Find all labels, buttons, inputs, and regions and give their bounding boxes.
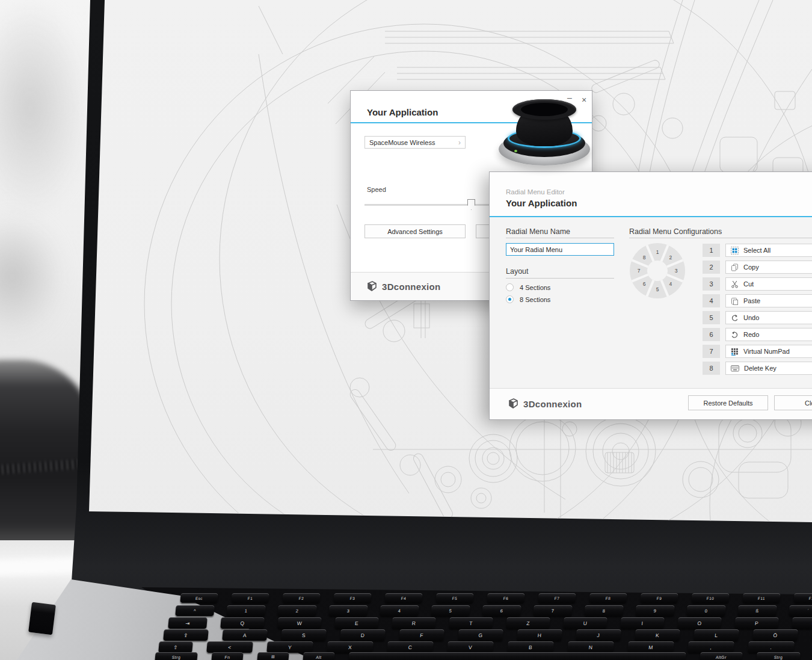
section-number-badge: 7 (703, 345, 720, 358)
configurations-label: Radial Menu Configurations (629, 227, 722, 236)
radial-menu-name-label: Radial Menu Name (506, 227, 570, 236)
command-label: Redo (743, 331, 759, 338)
3dconnexion-logo: 3Dconnexion (364, 280, 440, 293)
wheel-section-1[interactable]: 1 (656, 249, 659, 255)
keyboard-key-e: E (334, 617, 379, 629)
advanced-settings-button[interactable]: Advanced Settings (364, 224, 466, 238)
delete-key-icon (731, 365, 739, 372)
command-label: Undo (743, 314, 759, 321)
command-selector-numpad[interactable]: Virtual NumPad (725, 345, 812, 358)
chevron-right-icon: › (458, 138, 461, 147)
editor-footer: 3Dconnexion Restore Defaults Close (490, 388, 812, 419)
keyboard-key-r: R (392, 617, 436, 629)
command-selector-cut[interactable]: Cut (725, 277, 812, 291)
section-number-badge: 5 (703, 311, 720, 324)
command-label: Cut (743, 280, 754, 288)
keyboard-key-4: 4 (380, 605, 419, 616)
keyboard-key-b: B (507, 641, 554, 653)
section-rule (506, 238, 614, 238)
layout-option-4-sections[interactable]: 4 Sections (506, 283, 550, 291)
config-row-2: 2Copy (703, 261, 812, 274)
wheel-section-6[interactable]: 6 (643, 281, 646, 287)
restore-defaults-button[interactable]: Restore Defaults (688, 395, 768, 410)
layout-option-8-sections[interactable]: 8 Sections (506, 295, 550, 303)
wheel-section-5[interactable]: 5 (656, 286, 659, 292)
keyboard-key-f6: F6 (487, 593, 524, 603)
config-row-7: 7Virtual NumPad (703, 345, 812, 358)
keyboard-key-v: V (447, 641, 494, 653)
window-title: Your Application (367, 107, 438, 117)
keyboard-key-z: Z (506, 617, 550, 629)
command-selector-redo[interactable]: Redo (725, 328, 812, 341)
keyboard-key-f1: F1 (231, 593, 269, 603)
editor-subtitle: Radial Menu Editor (506, 188, 565, 196)
device-selector[interactable]: SpaceMouse Wireless › (364, 136, 466, 149)
select-all-icon (731, 247, 739, 254)
keyboard-key-esc: Esc (180, 593, 218, 603)
keyboard-key-altgr: AltGr (700, 652, 742, 660)
wheel-section-2[interactable]: 2 (669, 254, 672, 261)
command-label: Copy (743, 264, 759, 271)
section-number-badge: 3 (703, 277, 720, 291)
keyboard-key-d: D (340, 629, 386, 641)
keyboard-key-f3: F3 (333, 593, 371, 603)
keyboard-key-f5: F5 (435, 593, 473, 603)
wheel-section-4[interactable]: 4 (669, 281, 672, 287)
wheel-section-3[interactable]: 3 (675, 268, 678, 274)
keyboard-key-k: K (635, 629, 680, 641)
radial-wheel[interactable]: 12345678 (629, 242, 686, 299)
command-selector-undo[interactable]: Undo (725, 311, 812, 324)
keyboard-key-q: Q (220, 617, 265, 629)
background-blur-blob (0, 199, 78, 355)
device-led (514, 150, 517, 152)
keyboard-key-6: 6 (482, 605, 521, 616)
keyboard-key-1: 1 (226, 605, 266, 616)
close-button[interactable]: Close (774, 395, 812, 410)
command-selector-delete-key[interactable]: Delete Key (725, 362, 812, 375)
device-knob-opening (521, 103, 568, 116)
keyboard-key-h: H (517, 629, 562, 641)
radial-menu-name-input[interactable] (506, 243, 614, 256)
command-label: Virtual NumPad (743, 348, 790, 355)
command-selector-copy[interactable]: Copy (725, 261, 812, 274)
numpad-icon (731, 348, 739, 356)
keyboard-key-j: J (576, 629, 621, 641)
speed-label: Speed (367, 186, 386, 193)
keyboard-key-f: F (399, 629, 444, 641)
keyboard-key-0: 0 (686, 605, 726, 616)
keyboard-key-ß: ß (737, 605, 777, 616)
keyboard-key-5: 5 (431, 605, 470, 616)
keyboard-key-y: Y (266, 641, 313, 653)
keyboard-key-⇧: ⇧ (158, 641, 193, 653)
config-row-6: 6Redo (703, 328, 812, 341)
usb-dongle (28, 602, 56, 635)
section-number-badge: 1 (703, 244, 720, 257)
keyboard-key-7: 7 (533, 605, 573, 616)
keyboard-key-3: 3 (328, 605, 368, 616)
keyboard-key-ö: Ö (752, 629, 798, 641)
wheel-section-7[interactable]: 7 (638, 268, 641, 274)
wheel-section-8[interactable]: 8 (643, 254, 646, 261)
keyboard-key-a: A (222, 629, 268, 641)
keyboard-key-,: , (687, 641, 734, 653)
keyboard-key-^: ^ (175, 605, 215, 616)
command-selector-paste[interactable]: Paste (725, 294, 812, 307)
keyboard-key (348, 652, 686, 660)
keyboard-key-f4: F4 (384, 593, 422, 603)
radio-icon[interactable] (506, 295, 514, 303)
cut-icon (731, 280, 739, 288)
config-row-8: 8Delete Key (703, 362, 812, 375)
keyboard-key-⇪: ⇪ (163, 629, 209, 641)
undo-icon (731, 314, 739, 322)
keyboard-key-w: W (277, 617, 322, 629)
command-selector-select-all[interactable]: Select All (725, 244, 812, 257)
keyboard-key-8: 8 (584, 605, 624, 616)
logo-text: 3Dconnexion (523, 399, 582, 409)
radio-icon[interactable] (506, 283, 514, 291)
speed-slider-thumb[interactable] (467, 199, 475, 210)
keyboard-key-alt: Alt (303, 652, 334, 660)
accent-divider (490, 216, 812, 217)
keyboard-key-ü: Ü (792, 617, 812, 629)
spacemouse-device-image (494, 99, 595, 167)
logo-text: 3Dconnexion (382, 282, 440, 292)
